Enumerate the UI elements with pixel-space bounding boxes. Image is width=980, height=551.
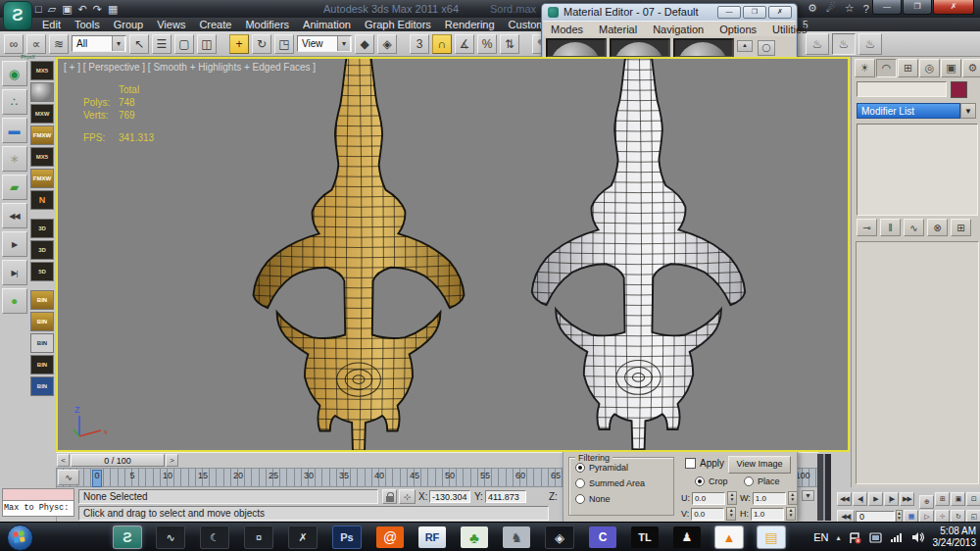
show-hidden-icons-button[interactable]: ▴ xyxy=(836,533,840,542)
texture-thumb-button[interactable]: BIN xyxy=(30,376,54,396)
taskbar-speedtree[interactable]: ♣ xyxy=(461,526,488,548)
menu-item[interactable]: Rendering xyxy=(438,18,502,31)
windows-update-icon[interactable] xyxy=(869,531,882,544)
open-file-button[interactable]: ▱ xyxy=(48,1,56,17)
zoom-extents-all-button[interactable]: ⊡ xyxy=(966,492,980,506)
taskbar-tl[interactable]: TL xyxy=(631,526,659,548)
taskbar-celtx[interactable]: C xyxy=(589,526,616,548)
sim-play-icon[interactable]: ▶ xyxy=(2,231,27,257)
minimize-button[interactable]: — xyxy=(872,0,902,15)
taskbar-explorer[interactable]: ▤ xyxy=(758,526,785,548)
network-icon[interactable] xyxy=(890,531,904,543)
material-sample-slot[interactable] xyxy=(610,38,670,58)
select-rotate-button[interactable]: ↻ xyxy=(252,34,271,54)
pin-stack-button[interactable]: ⊸ xyxy=(857,219,877,236)
sim-rewind-icon[interactable]: ◀◀ xyxy=(2,203,27,228)
menu-item[interactable]: Edit xyxy=(35,18,68,31)
u-spinner[interactable]: ▲▼ xyxy=(727,491,737,505)
menu-item[interactable]: Animation xyxy=(296,18,358,31)
object-color-swatch[interactable] xyxy=(951,81,967,98)
mini-curve-editor-button[interactable]: ∿ xyxy=(58,470,79,485)
select-move-button[interactable]: + xyxy=(229,34,249,54)
me-menu-item[interactable]: Navigation xyxy=(645,24,711,35)
go-start-button[interactable]: ◀◀ xyxy=(837,492,852,506)
filtering-radio[interactable]: Summed Area xyxy=(575,476,673,489)
texture-thumb-button[interactable]: FMXW xyxy=(30,169,54,188)
select-manipulate-button[interactable]: ◈ xyxy=(377,34,397,54)
close-button[interactable]: ✗ xyxy=(933,0,974,15)
crop-radio[interactable]: Crop xyxy=(695,476,728,486)
texture-thumb-button[interactable]: BIN xyxy=(30,312,54,331)
cloth-icon[interactable]: ▰ xyxy=(2,175,27,200)
material-sample-slot[interactable] xyxy=(673,38,734,58)
object-name-field[interactable] xyxy=(857,81,947,97)
maximize-button[interactable]: ❐ xyxy=(903,0,932,15)
me-minimize-button[interactable]: — xyxy=(717,6,741,19)
chevron-down-icon[interactable]: ▼ xyxy=(960,103,976,119)
menu-item[interactable]: Create xyxy=(192,18,238,31)
taskbar-app-1[interactable]: ∿ xyxy=(156,526,185,549)
start-button[interactable] xyxy=(7,525,33,551)
sim-step-icon[interactable]: ▶| xyxy=(2,260,27,285)
bind-spacewarp-button[interactable]: ≋ xyxy=(49,34,69,54)
tab-display[interactable]: ▣ xyxy=(941,59,961,77)
selection-filter-combo[interactable]: All xyxy=(72,35,126,52)
capsule-icon[interactable]: ▬ xyxy=(2,118,27,143)
previous-frame-arrow[interactable]: < xyxy=(57,454,70,467)
prev-frame-button[interactable]: ◀| xyxy=(853,492,867,506)
x-coordinate-field[interactable] xyxy=(429,490,470,503)
tab-create[interactable]: ☀ xyxy=(855,59,875,77)
taskbar-app-2[interactable]: ☾ xyxy=(200,526,229,549)
me-menu-item[interactable]: Utilities xyxy=(764,24,814,35)
render-setup-button[interactable]: ♨ xyxy=(806,33,829,55)
texture-thumb-button[interactable]: MX5 xyxy=(30,147,54,167)
texture-thumb-button[interactable]: FMXW xyxy=(30,125,54,145)
show-end-result-button[interactable]: ‖ xyxy=(880,219,901,236)
me-menu-item[interactable]: Options xyxy=(711,24,764,35)
sim-reset-icon[interactable]: ● xyxy=(2,288,27,314)
tab-modify[interactable]: ◠ xyxy=(876,59,897,77)
texture-thumb-button[interactable]: BIN xyxy=(30,333,54,353)
radio-icon[interactable] xyxy=(575,494,585,504)
select-scale-button[interactable]: ◳ xyxy=(274,34,294,54)
w-field[interactable]: 1.0 xyxy=(753,492,786,505)
view-image-button[interactable]: View Image xyxy=(728,456,791,474)
zoom-extents-button[interactable]: ▣ xyxy=(951,492,965,506)
physx-logo-icon[interactable]: ◉ xyxy=(2,61,27,86)
select-by-name-button[interactable]: ☰ xyxy=(152,34,172,54)
radio-icon[interactable] xyxy=(575,478,585,488)
menu-item[interactable]: Tools xyxy=(68,18,107,31)
modifier-list-dropdown[interactable]: Modifier List ▼ xyxy=(857,103,976,119)
redo-button[interactable]: ↷ xyxy=(93,1,102,17)
modifier-stack[interactable] xyxy=(857,124,978,216)
remove-modifier-button[interactable]: ⊗ xyxy=(927,219,948,236)
communication-center-icon[interactable]: ☄ xyxy=(826,2,836,15)
next-frame-button[interactable]: |▶ xyxy=(884,492,899,506)
emitter-icon[interactable]: ∗ xyxy=(2,146,27,172)
texture-thumb-button[interactable]: BIN xyxy=(30,355,54,375)
make-unique-button[interactable]: ∿ xyxy=(904,219,924,236)
unlink-button[interactable]: ∝ xyxy=(26,34,46,54)
filtering-radio[interactable]: None xyxy=(575,492,673,505)
apply-checkbox[interactable] xyxy=(685,458,696,469)
menu-item[interactable]: Modifiers xyxy=(238,18,296,31)
rendered-frame-button[interactable]: ♨ xyxy=(832,33,856,55)
texture-thumb-button[interactable]: 5D xyxy=(30,262,54,281)
absolute-offset-toggle[interactable]: ⊹ xyxy=(399,489,416,504)
listener-pane[interactable]: Max to Physc: xyxy=(2,501,74,517)
taskbar-app-3[interactable]: ¤ xyxy=(244,526,273,549)
favorites-icon[interactable]: ☆ xyxy=(845,2,855,15)
u-field[interactable]: 0.0 xyxy=(692,492,725,505)
use-center-button[interactable]: ◆ xyxy=(355,34,374,54)
spinner-snap-button[interactable]: ⇅ xyxy=(500,34,519,54)
action-center-icon[interactable] xyxy=(849,531,861,544)
macro-recorder-pane[interactable] xyxy=(2,488,74,501)
taskbar-unity[interactable]: ◈ xyxy=(545,526,574,549)
texture-thumb-button[interactable]: MXW xyxy=(30,104,54,124)
snap-toggle-button[interactable]: ∩ xyxy=(432,34,452,54)
me-menu-item[interactable]: Modes xyxy=(543,24,591,35)
radio-icon[interactable] xyxy=(695,476,705,486)
new-file-button[interactable]: □ xyxy=(35,1,42,17)
settings-icon[interactable]: ⚙ xyxy=(808,2,817,15)
viewport-label[interactable]: [ + ] [ Perspective ] [ Smooth + Highlig… xyxy=(64,62,316,73)
